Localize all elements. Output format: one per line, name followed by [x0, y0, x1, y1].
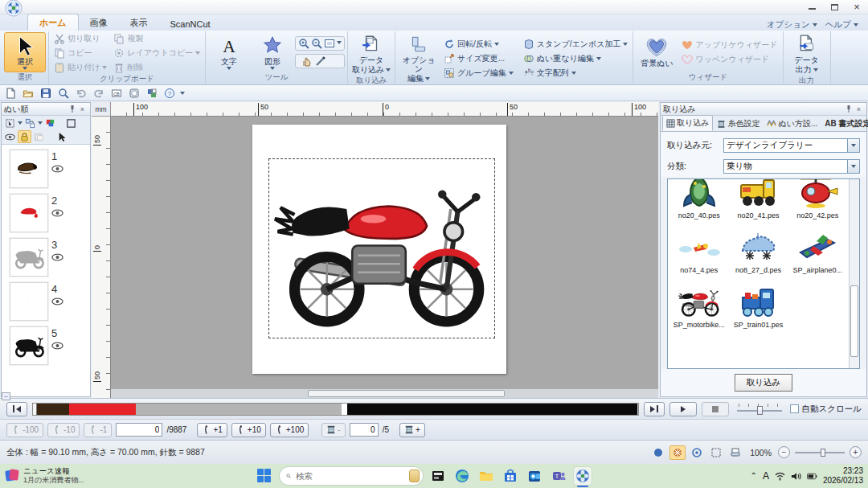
- visibility-eye-icon[interactable]: [51, 253, 63, 261]
- visibility-eye-icon[interactable]: [51, 297, 63, 306]
- merge-icon[interactable]: [32, 130, 46, 143]
- library-item[interactable]: no20_41.pes: [729, 178, 788, 223]
- forward-10-button[interactable]: +10: [231, 423, 266, 437]
- option-edit-button[interactable]: オプション 編集: [398, 32, 440, 84]
- design-page-setting-button[interactable]: [127, 86, 141, 100]
- restore-button[interactable]: [823, 1, 845, 13]
- resize-button[interactable]: サイズ変更...: [441, 51, 516, 66]
- taskbar-icon-store[interactable]: [502, 467, 519, 485]
- play-button[interactable]: [669, 402, 697, 416]
- stitch-progress-bar[interactable]: [32, 403, 639, 416]
- data-import-button[interactable]: データ 取り込み: [350, 32, 392, 76]
- open-file-button[interactable]: [21, 86, 35, 100]
- select-frame-icon[interactable]: [3, 117, 17, 129]
- design-canvas[interactable]: mm 100 50 0 50 100 50 0 50: [92, 102, 658, 398]
- stop-button[interactable]: [702, 402, 729, 416]
- delete-button[interactable]: 削除: [111, 61, 203, 74]
- show-hide-eye-icon[interactable]: [3, 130, 17, 143]
- forward-100-button[interactable]: +100: [270, 423, 309, 437]
- taskbar-icon-edge[interactable]: [453, 467, 471, 485]
- simulator-collapse-button[interactable]: –: [2, 392, 10, 400]
- cut-button[interactable]: 切り取り: [51, 32, 109, 45]
- new-document-button[interactable]: [3, 86, 18, 100]
- visibility-eye-icon[interactable]: [51, 342, 63, 350]
- panel-pin-icon[interactable]: [67, 105, 77, 114]
- scrollbar-thumb[interactable]: [308, 390, 505, 397]
- stitch-number-field[interactable]: [116, 423, 162, 437]
- taskbar-icon-pedesign[interactable]: [574, 467, 592, 485]
- measure-pen-icon[interactable]: [315, 55, 326, 67]
- panel-pin-icon[interactable]: [843, 105, 854, 114]
- text-layout-button[interactable]: abc文字配列: [521, 66, 631, 80]
- slider-knob[interactable]: [821, 449, 825, 457]
- progress-handle[interactable]: [32, 403, 37, 416]
- import-button[interactable]: 取り込み: [735, 374, 793, 392]
- layout-copy-button[interactable]: レイアウトコピー: [111, 47, 203, 59]
- stamp-emboss-button[interactable]: スタンプ/エンボス加工: [521, 37, 631, 51]
- taskbar-icon-teams[interactable]: T: [550, 467, 567, 485]
- category-select[interactable]: 乗り物: [723, 159, 860, 174]
- library-item[interactable]: SP_motorbike...: [669, 277, 729, 332]
- pan-hand-icon[interactable]: [301, 55, 312, 67]
- applique-wizard-button[interactable]: アップリケウィザード: [679, 39, 780, 51]
- library-item[interactable]: no20_40.pes: [669, 178, 729, 223]
- thread-chart-button[interactable]: [145, 86, 159, 100]
- group-edit-button[interactable]: グループ編集: [441, 66, 516, 80]
- visibility-eye-icon[interactable]: [51, 209, 63, 217]
- help-menu[interactable]: ヘルプ: [825, 19, 858, 31]
- lock-icon[interactable]: [18, 130, 31, 143]
- combo-caret-icon[interactable]: [847, 139, 859, 152]
- sew-order-item[interactable]: 4: [10, 282, 90, 321]
- patch-wizard-button[interactable]: ワッペンウィザード: [679, 53, 780, 66]
- redo-button[interactable]: [92, 86, 106, 100]
- tab-import[interactable]: 取り込み: [662, 115, 713, 131]
- color-sort-icon[interactable]: [43, 117, 57, 129]
- undo-button[interactable]: [74, 86, 88, 100]
- design-property-button[interactable]: CB: [109, 86, 124, 100]
- sew-order-item[interactable]: 2: [10, 194, 90, 232]
- taskbar-icon-app-window[interactable]: [429, 467, 447, 485]
- widgets-button[interactable]: ニュース速報 1月の米消費者物...: [5, 467, 84, 484]
- tab-home[interactable]: ホーム: [27, 14, 79, 31]
- sew-order-item[interactable]: 5: [10, 326, 90, 365]
- back-100-button[interactable]: -100: [6, 423, 43, 437]
- zoom-button[interactable]: [56, 86, 71, 100]
- library-item[interactable]: no20_42.pes: [788, 178, 847, 223]
- zoom-fit-icon[interactable]: [324, 38, 335, 49]
- tab-thread-color[interactable]: 糸色設定: [714, 117, 763, 131]
- ime-keyboard-icon[interactable]: [409, 470, 420, 482]
- background-sew-button[interactable]: 背景ぬい: [636, 32, 678, 72]
- text-tool-button[interactable]: A 文字: [208, 32, 250, 72]
- stitch-view-button[interactable]: [650, 445, 666, 460]
- library-item[interactable]: no8_27_d.pes: [729, 223, 788, 277]
- speed-slider[interactable]: [737, 404, 782, 415]
- tab-scanncut[interactable]: ScanNCut: [159, 17, 222, 31]
- reorder-icon[interactable]: [23, 117, 37, 129]
- taskbar-clock[interactable]: 23:23 2026/02/13: [823, 466, 863, 486]
- sew-order-item[interactable]: 3: [10, 238, 90, 277]
- thread-number-field[interactable]: [350, 423, 379, 437]
- zoom-slider[interactable]: [795, 448, 845, 457]
- canvas-horizontal-scrollbar[interactable]: [111, 388, 658, 398]
- copy-button[interactable]: コピー: [51, 47, 109, 59]
- selection-rectangle[interactable]: [268, 158, 495, 338]
- minimize-button[interactable]: [800, 1, 823, 13]
- wifi-icon[interactable]: [775, 471, 785, 482]
- import-from-select[interactable]: デザインライブラリー: [723, 138, 860, 153]
- combo-caret-icon[interactable]: [847, 160, 859, 173]
- select-arrow-icon[interactable]: [55, 130, 68, 143]
- zoom-in-button[interactable]: +: [850, 446, 862, 458]
- app-logo-icon[interactable]: [5, 0, 23, 17]
- previous-thread-button[interactable]: -: [321, 423, 345, 437]
- realistic-view-button[interactable]: [669, 445, 686, 460]
- visibility-eye-icon[interactable]: [51, 165, 63, 173]
- close-button[interactable]: ×: [845, 1, 868, 13]
- zoom-out-button[interactable]: −: [778, 446, 790, 458]
- scrollbar-thumb[interactable]: [850, 285, 858, 357]
- forward-1-button[interactable]: +1: [197, 423, 227, 437]
- select-tool-button[interactable]: 選択: [4, 32, 46, 72]
- overlap-edit-button[interactable]: ぬい重なり編集: [521, 51, 631, 66]
- battery-icon[interactable]: [807, 471, 817, 482]
- back-10-button[interactable]: -10: [47, 423, 80, 437]
- toolbar-options-caret-icon[interactable]: [180, 92, 185, 95]
